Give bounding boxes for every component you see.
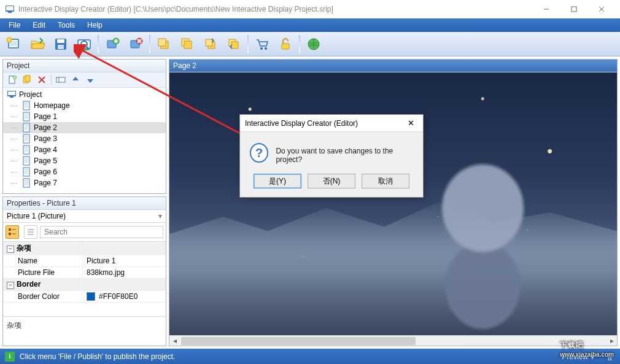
svg-rect-12 xyxy=(58,45,64,49)
properties-alphabetical-button[interactable] xyxy=(24,225,37,239)
prop-group-border[interactable]: −Border xyxy=(3,279,166,291)
preview-button[interactable] xyxy=(73,33,95,55)
tree-item-label: Page 1 xyxy=(34,112,57,121)
tree-item-label: Page 5 xyxy=(34,157,57,165)
prop-row-border-color[interactable]: Border Color #FF0F80E0 xyxy=(3,291,166,303)
move-up-button[interactable] xyxy=(70,74,81,85)
window-titlebar: Interactive Display Creator (Editor) [C:… xyxy=(0,0,620,18)
project-panel-toolbar xyxy=(3,72,166,88)
send-backward-button[interactable] xyxy=(223,33,245,55)
menu-tools[interactable]: Tools xyxy=(52,20,81,31)
prop-row-picture-file[interactable]: Picture File 838kmo.jpg xyxy=(3,267,166,279)
scroll-track[interactable] xyxy=(180,336,606,346)
save-button[interactable] xyxy=(50,33,72,55)
canvas-viewport[interactable] xyxy=(169,72,617,335)
save-changes-dialog: Interactive Display Creator (Editor) ✕ ?… xyxy=(239,114,424,198)
question-icon: ? xyxy=(250,143,268,163)
svg-rect-34 xyxy=(282,44,289,49)
collapse-icon[interactable]: − xyxy=(7,246,14,253)
properties-search-input[interactable] xyxy=(40,226,163,238)
dialog-close-button[interactable]: ✕ xyxy=(403,118,418,128)
watermark: 下载吧 www.xiazaiba.com xyxy=(560,334,614,358)
canvas-scrollbar-horizontal[interactable]: ◂ ▸ xyxy=(169,335,617,346)
tree-item-page[interactable]: Page 4 xyxy=(3,144,166,155)
page-icon xyxy=(21,112,31,122)
svg-rect-81 xyxy=(9,228,11,231)
monitor-icon xyxy=(7,90,17,99)
add-object-button[interactable] xyxy=(101,33,123,55)
page-icon xyxy=(21,123,31,133)
tree-item-page[interactable]: Page 6 xyxy=(3,166,166,177)
properties-description: 杂项 xyxy=(3,316,166,346)
properties-categorized-button[interactable] xyxy=(6,225,19,239)
dialog-no-button[interactable]: 否(N) xyxy=(308,174,355,188)
page-icon xyxy=(21,178,31,188)
bring-forward-button[interactable] xyxy=(200,33,222,55)
delete-object-button[interactable] xyxy=(125,33,147,55)
tree-root[interactable]: Project xyxy=(3,89,166,100)
properties-object-label: Picture 1 (Picture) xyxy=(7,212,66,220)
svg-rect-49 xyxy=(23,101,29,110)
main-toolbar xyxy=(0,32,620,56)
send-back-button[interactable] xyxy=(176,33,198,55)
tree-item-page[interactable]: Homepage xyxy=(3,100,166,111)
prop-group-misc[interactable]: −杂项 xyxy=(3,242,166,255)
app-icon xyxy=(5,4,15,14)
canvas-image-figure xyxy=(411,157,554,335)
properties-panel-title: Properties - Picture 1 xyxy=(3,197,166,210)
project-panel: Project Project HomepagePage 1Page 2Page… xyxy=(2,59,166,194)
prop-row-name[interactable]: Name Picture 1 xyxy=(3,255,166,267)
tree-item-page[interactable]: Page 7 xyxy=(3,177,166,188)
project-tree[interactable]: Project HomepagePage 1Page 2Page 3Page 4… xyxy=(3,88,166,193)
chevron-down-icon: ▾ xyxy=(158,212,162,220)
page-icon xyxy=(21,156,31,166)
dialog-cancel-button[interactable]: 取消 xyxy=(362,174,409,188)
maximize-button[interactable] xyxy=(560,1,587,18)
add-page-button[interactable] xyxy=(7,74,18,85)
svg-rect-61 xyxy=(23,134,29,143)
svg-point-9 xyxy=(7,37,12,42)
tree-item-page[interactable]: Page 5 xyxy=(3,155,166,166)
svg-rect-57 xyxy=(23,123,29,132)
new-project-button[interactable] xyxy=(3,33,25,55)
rename-page-button[interactable] xyxy=(55,74,66,85)
scroll-left-button[interactable]: ◂ xyxy=(169,336,180,346)
web-button[interactable] xyxy=(303,33,325,55)
svg-rect-77 xyxy=(23,179,29,187)
svg-rect-48 xyxy=(10,96,14,98)
close-button[interactable] xyxy=(587,1,615,18)
move-down-button[interactable] xyxy=(85,74,96,85)
collapse-icon[interactable]: − xyxy=(7,282,14,289)
bring-front-button[interactable] xyxy=(153,33,175,55)
copy-page-button[interactable] xyxy=(21,74,33,85)
svg-rect-25 xyxy=(158,39,166,46)
statusbar: i Click menu 'File / Publish' to publish… xyxy=(0,349,620,364)
menu-help[interactable]: Help xyxy=(81,20,109,31)
scroll-thumb[interactable] xyxy=(181,337,416,345)
svg-rect-4 xyxy=(572,7,576,12)
cart-button[interactable] xyxy=(251,33,273,55)
minimize-button[interactable] xyxy=(532,1,560,18)
properties-panel: Properties - Picture 1 Picture 1 (Pictur… xyxy=(2,196,166,346)
properties-object-selector[interactable]: Picture 1 (Picture) ▾ xyxy=(3,210,166,223)
tree-item-page[interactable]: Page 2 xyxy=(3,122,166,133)
tree-item-label: Page 3 xyxy=(34,134,57,143)
toolbar-separator xyxy=(98,35,99,53)
menu-file[interactable]: File xyxy=(2,20,26,31)
svg-rect-27 xyxy=(184,41,192,48)
tree-item-page[interactable]: Page 3 xyxy=(3,133,166,144)
menu-edit[interactable]: Edit xyxy=(26,20,52,31)
dialog-titlebar[interactable]: Interactive Display Creator (Editor) ✕ xyxy=(240,115,423,132)
dialog-yes-button[interactable]: 是(Y) xyxy=(254,174,301,188)
svg-point-33 xyxy=(265,47,267,50)
project-panel-title: Project xyxy=(3,60,166,72)
svg-point-32 xyxy=(260,47,263,50)
page-icon xyxy=(21,145,31,155)
canvas-panel: Page 2 ◂ ▸ xyxy=(169,59,618,346)
open-button[interactable] xyxy=(26,33,48,55)
tree-item-page[interactable]: Page 1 xyxy=(3,111,166,122)
window-title: Interactive Display Creator (Editor) [C:… xyxy=(18,5,532,14)
unlock-button[interactable] xyxy=(274,33,296,55)
delete-page-button[interactable] xyxy=(36,74,47,85)
svg-rect-31 xyxy=(231,42,238,48)
